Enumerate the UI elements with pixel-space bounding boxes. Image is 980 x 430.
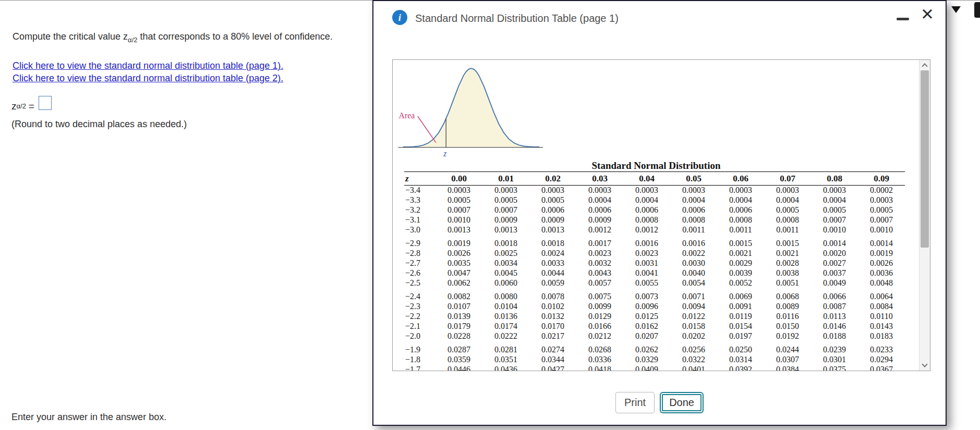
value-cell: 0.0019	[435, 239, 482, 249]
value-cell: 0.0045	[482, 268, 529, 278]
value-cell: 0.0007	[482, 205, 529, 215]
value-cell: 0.0217	[529, 331, 576, 341]
value-cell: 0.0094	[670, 302, 717, 312]
table-row: −2.60.00470.00450.00440.00430.00410.0040…	[404, 268, 905, 278]
value-cell: 0.0014	[811, 239, 858, 249]
value-cell: 0.0048	[858, 278, 905, 288]
value-cell: 0.0037	[811, 268, 858, 278]
z-subscript: α/2	[17, 102, 26, 110]
value-cell: 0.0010	[858, 225, 905, 235]
table-page1-link[interactable]: Click here to view the standard normal d…	[13, 60, 283, 71]
value-cell: 0.0301	[811, 355, 858, 365]
value-cell: 0.0066	[811, 292, 858, 302]
value-cell: 0.0009	[529, 215, 576, 225]
column-header: 0.07	[764, 172, 811, 186]
value-cell: 0.0013	[435, 225, 482, 235]
print-button[interactable]: Print	[615, 392, 655, 413]
scrollbar-thumb[interactable]	[921, 70, 929, 248]
value-cell: 0.0027	[811, 259, 858, 268]
value-cell: 0.0336	[576, 355, 623, 365]
area-pointer-line	[418, 116, 436, 143]
value-cell: 0.0018	[482, 239, 529, 249]
value-cell: 0.0033	[529, 259, 576, 268]
value-cell: 0.0041	[623, 268, 670, 278]
value-cell: 0.0049	[811, 278, 858, 288]
value-cell: 0.0110	[858, 312, 905, 322]
value-cell: 0.0005	[858, 205, 905, 215]
scrollbar	[919, 60, 930, 371]
value-cell: 0.0010	[811, 225, 858, 235]
dropdown-arrow-icon[interactable]	[951, 6, 961, 13]
value-cell: 0.0384	[764, 365, 811, 372]
done-button[interactable]: Done	[660, 392, 704, 413]
value-cell: 0.0006	[623, 205, 670, 215]
table-row: −2.10.01790.01740.01700.01660.01620.0158…	[404, 322, 905, 331]
z-cell: −2.8	[404, 249, 435, 259]
value-cell: 0.0007	[858, 215, 905, 225]
value-cell: 0.0004	[764, 195, 811, 205]
value-cell: 0.0025	[482, 249, 529, 259]
value-cell: 0.0047	[435, 268, 482, 278]
z-axis-label: z	[443, 149, 446, 158]
z-cell: −2.3	[404, 302, 435, 312]
area-label: Area	[399, 111, 415, 120]
value-cell: 0.0015	[764, 239, 811, 249]
value-cell: 0.0367	[858, 365, 905, 372]
value-cell: 0.0054	[670, 278, 717, 288]
value-cell: 0.0281	[482, 345, 529, 355]
value-cell: 0.0002	[858, 186, 905, 195]
table-frame: Area z Standard Normal Distribution z0.0…	[392, 59, 930, 371]
value-cell: 0.0003	[576, 186, 623, 195]
value-cell: 0.0446	[435, 365, 482, 372]
value-cell: 0.0013	[529, 225, 576, 235]
value-cell: 0.0011	[670, 225, 717, 235]
scroll-up-icon[interactable]	[922, 63, 927, 69]
value-cell: 0.0015	[717, 239, 764, 249]
dialog-title: Standard Normal Distribution Table (page…	[415, 13, 619, 24]
value-cell: 0.0004	[717, 195, 764, 205]
z-cell: −2.9	[404, 239, 435, 249]
value-cell: 0.0207	[623, 331, 670, 341]
value-cell: 0.0016	[670, 239, 717, 249]
value-cell: 0.0197	[717, 331, 764, 341]
value-cell: 0.0011	[717, 225, 764, 235]
value-cell: 0.0096	[623, 302, 670, 312]
value-cell: 0.0044	[529, 268, 576, 278]
value-cell: 0.0030	[670, 259, 717, 268]
equals-sign: =	[29, 101, 34, 112]
value-cell: 0.0022	[670, 249, 717, 259]
value-cell: 0.0060	[482, 278, 529, 288]
z-symbol: z	[123, 31, 128, 42]
answer-input[interactable]	[39, 96, 52, 110]
value-cell: 0.0003	[811, 186, 858, 195]
close-icon[interactable]: ✕	[917, 4, 938, 25]
value-cell: 0.0007	[435, 205, 482, 215]
value-cell: 0.0239	[811, 345, 858, 355]
table-row: −3.00.00130.00130.00130.00120.00120.0011…	[404, 225, 905, 235]
value-cell: 0.0004	[811, 195, 858, 205]
dialog-buttons: Print Done	[373, 392, 946, 413]
screen: Compute the critical value zα/2 that cor…	[0, 0, 980, 430]
partial-toolbar-icon[interactable]	[974, 2, 980, 18]
value-cell: 0.0162	[623, 322, 670, 331]
value-cell: 0.0099	[576, 302, 623, 312]
table-row: −1.70.04460.04360.04270.04180.04090.0401…	[404, 365, 905, 372]
value-cell: 0.0004	[576, 195, 623, 205]
table-title: Standard Normal Distribution	[393, 160, 919, 171]
value-cell: 0.0019	[858, 249, 905, 259]
scroll-down-icon[interactable]	[922, 361, 927, 367]
column-header: 0.09	[858, 172, 905, 186]
value-cell: 0.0008	[623, 215, 670, 225]
value-cell: 0.0003	[435, 186, 482, 195]
table-row: −3.40.00030.00030.00030.00030.00030.0003…	[404, 186, 905, 195]
z-cell: −3.3	[404, 195, 435, 205]
minimize-button[interactable]	[894, 10, 912, 25]
value-cell: 0.0158	[670, 322, 717, 331]
question-text: Compute the critical value zα/2 that cor…	[13, 31, 362, 44]
value-cell: 0.0017	[576, 239, 623, 249]
value-cell: 0.0008	[670, 215, 717, 225]
table-dialog: i Standard Normal Distribution Table (pa…	[372, 0, 947, 426]
value-cell: 0.0064	[858, 292, 905, 302]
z-cell: −2.5	[404, 278, 435, 288]
table-page2-link[interactable]: Click here to view the standard normal d…	[13, 73, 283, 84]
